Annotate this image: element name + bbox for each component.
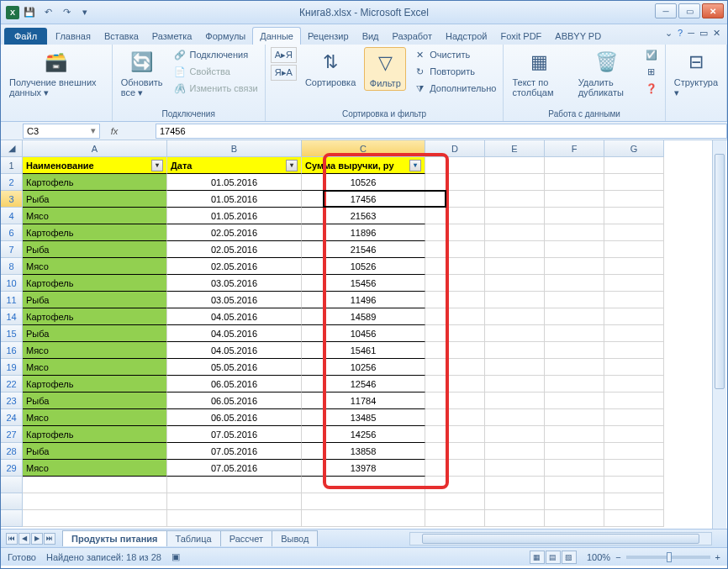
cell-value[interactable]: 21546 (302, 241, 425, 258)
doc-restore-icon[interactable]: ▭ (699, 28, 708, 39)
cell-date[interactable]: 02.05.2016 (167, 241, 302, 258)
cell-name[interactable]: Рыба (23, 443, 167, 460)
col-header-b[interactable]: B (167, 140, 302, 157)
cell-blank[interactable] (545, 157, 604, 174)
cell-value[interactable]: 10456 (302, 325, 425, 342)
cell-date[interactable]: 04.05.2016 (167, 308, 302, 325)
hscroll-thumb[interactable] (422, 534, 699, 544)
cell-blank[interactable] (604, 376, 664, 393)
tab-home[interactable]: Главная (49, 28, 98, 45)
cell-date[interactable]: 01.05.2016 (167, 191, 302, 208)
filter-button[interactable]: ▽ Фильтр (364, 47, 406, 91)
cell-name[interactable]: Рыба (23, 325, 167, 342)
cell-blank[interactable] (604, 460, 664, 477)
qat-dropdown-icon[interactable]: ▾ (76, 4, 93, 21)
whatif-button[interactable]: ❓ (643, 81, 660, 96)
cell-name[interactable]: Рыба (23, 393, 167, 409)
header-cell-b[interactable]: Дата▾ (167, 157, 302, 174)
row-header-28[interactable]: 28 (1, 443, 23, 460)
cell-value[interactable]: 13485 (302, 409, 425, 426)
cell-date[interactable]: 06.05.2016 (167, 393, 302, 409)
filter-dropdown-b[interactable]: ▾ (286, 160, 298, 171)
cell-name[interactable]: Рыба (23, 241, 167, 258)
cell-blank[interactable] (425, 208, 485, 224)
zoom-slider-thumb[interactable] (667, 552, 672, 562)
cell-blank[interactable] (425, 174, 485, 191)
zoom-out-button[interactable]: − (615, 552, 620, 562)
cell-name[interactable]: Картофель (23, 174, 167, 191)
refresh-all-button[interactable]: 🔄 Обновить все ▾ (118, 47, 166, 100)
cell-value[interactable]: 13858 (302, 443, 425, 460)
cell-blank[interactable] (545, 208, 604, 224)
ribbon-minimize-icon[interactable]: ⌄ (665, 28, 673, 39)
row-header-15[interactable]: 15 (1, 325, 23, 342)
select-all-corner[interactable]: ◢ (1, 140, 23, 157)
cell-blank[interactable] (545, 224, 604, 241)
sheet-nav-next-icon[interactable]: ▶ (31, 533, 43, 545)
properties-button[interactable]: 📄Свойства (171, 64, 260, 79)
cell-blank[interactable] (425, 443, 485, 460)
cell-date[interactable]: 07.05.2016 (167, 443, 302, 460)
row-header-1[interactable]: 1 (1, 157, 23, 174)
row-header-24[interactable]: 24 (1, 409, 23, 426)
sort-az-button[interactable]: А▸Я (271, 47, 297, 63)
cell-blank[interactable] (485, 308, 545, 325)
sheet-nav-prev-icon[interactable]: ◀ (18, 533, 30, 545)
cell-value[interactable]: 21563 (302, 208, 425, 224)
row-header-blank[interactable] (1, 493, 23, 510)
zoom-slider[interactable] (626, 556, 710, 559)
cell-blank[interactable] (485, 275, 545, 292)
chevron-down-icon[interactable]: ▾ (91, 125, 96, 136)
cell-blank[interactable] (545, 359, 604, 376)
text-to-columns-button[interactable]: ▦ Текст по столбцам (509, 47, 569, 99)
cell-blank[interactable] (485, 191, 545, 208)
cell-blank[interactable] (485, 393, 545, 409)
cell-date[interactable]: 06.05.2016 (167, 409, 302, 426)
outline-button[interactable]: ⊟ Структура ▾ (671, 47, 721, 100)
cell-blank[interactable] (545, 308, 604, 325)
cell-value[interactable]: 14256 (302, 426, 425, 443)
col-header-g[interactable]: G (604, 140, 664, 157)
tab-file[interactable]: Файл (4, 28, 47, 45)
cell-blank[interactable] (485, 208, 545, 224)
cell-blank[interactable] (425, 426, 485, 443)
row-header-6[interactable]: 6 (1, 224, 23, 241)
cell-blank[interactable] (485, 292, 545, 308)
cell-blank[interactable] (425, 359, 485, 376)
close-button[interactable]: ✕ (702, 3, 724, 18)
sheet-nav-first-icon[interactable]: ⏮ (6, 533, 18, 545)
row-header-4[interactable]: 4 (1, 208, 23, 224)
macro-record-icon[interactable]: ▣ (171, 551, 180, 562)
row-header-11[interactable]: 11 (1, 292, 23, 308)
cell-blank[interactable] (485, 325, 545, 342)
cell-blank[interactable] (545, 376, 604, 393)
cell-blank[interactable] (425, 258, 485, 275)
cell-name[interactable]: Картофель (23, 275, 167, 292)
cell-blank[interactable] (604, 157, 664, 174)
cell-blank[interactable] (485, 157, 545, 174)
tab-foxit[interactable]: Foxit PDF (493, 28, 548, 45)
cell-blank[interactable] (604, 325, 664, 342)
cell-blank[interactable] (425, 241, 485, 258)
formula-bar[interactable]: 17456 (156, 124, 727, 139)
cell-blank[interactable] (485, 376, 545, 393)
cell-blank[interactable] (485, 443, 545, 460)
sheet-tab-4[interactable]: Вывод (272, 530, 318, 546)
sheet-nav-last-icon[interactable]: ⏭ (44, 533, 55, 545)
clear-filter-button[interactable]: ✕Очистить (411, 47, 498, 62)
data-validation-button[interactable]: ☑️ (643, 47, 660, 62)
get-external-data-button[interactable]: 🗃️ Получение внешних данных ▾ (6, 47, 107, 100)
cell-value[interactable]: 10256 (302, 359, 425, 376)
cell-blank[interactable] (604, 426, 664, 443)
cell-date[interactable]: 03.05.2016 (167, 275, 302, 292)
scrollbar-thumb[interactable] (715, 154, 725, 389)
name-box[interactable]: C3▾ (23, 124, 100, 139)
cell-blank[interactable] (545, 342, 604, 359)
cell-name[interactable]: Мясо (23, 208, 167, 224)
cell-blank[interactable] (425, 191, 485, 208)
cell-blank[interactable] (604, 308, 664, 325)
cell-value[interactable]: 11496 (302, 292, 425, 308)
col-header-c[interactable]: C (302, 140, 425, 157)
zoom-level[interactable]: 100% (587, 552, 610, 562)
cell-value[interactable]: 17456 (302, 191, 425, 208)
